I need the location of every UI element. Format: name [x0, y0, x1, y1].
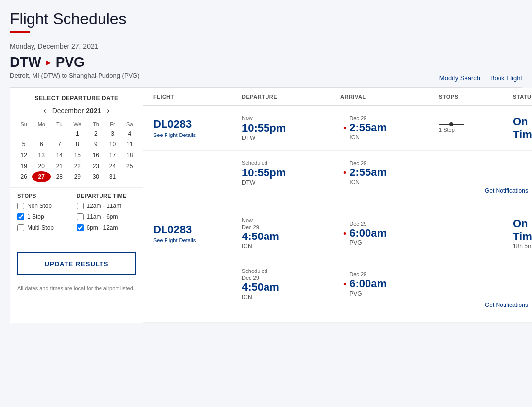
cal-day-31[interactable]: 31	[104, 171, 121, 182]
left-panel: SELECT DEPARTURE DATE ‹ December 2021 › …	[10, 88, 143, 323]
flight-number-col-3: DL0283 See Flight Details	[153, 223, 242, 244]
cal-day-20[interactable]: 20	[32, 161, 51, 171]
filter-6pm-12am: 6pm - 12am	[77, 224, 136, 231]
page-wrapper: Flight Schedules Monday, December 27, 20…	[0, 0, 532, 323]
top-links: Modify Search Book Flight	[439, 74, 522, 82]
cal-day-13[interactable]: 13	[32, 150, 51, 161]
cal-month-label: December 2021	[52, 107, 101, 115]
arr-time-4: 6:00am	[349, 277, 387, 290]
status-text-3: On Time	[513, 217, 532, 243]
cal-day-15[interactable]: 15	[67, 150, 87, 161]
cal-day-6[interactable]: 6	[32, 139, 51, 150]
departure-col-2: Scheduled 10:55pm DTW	[242, 160, 340, 186]
cal-day-25[interactable]: 25	[121, 161, 138, 171]
departure-col-1: Now 10:55pm DTW	[242, 115, 340, 141]
cal-day-10[interactable]: 10	[104, 139, 121, 150]
dep-status-1: Now	[242, 115, 340, 121]
get-notifications-link-2[interactable]: Get Notifications	[485, 302, 528, 308]
cal-weekday-sa: Sa	[121, 120, 138, 128]
book-flight-link[interactable]: Book Flight	[490, 74, 522, 82]
flights-table-header: FLIGHT DEPARTURE ARRIVAL STOPS STATUS	[143, 88, 532, 106]
arrival-col-4: • Dec 29 6:00am PVG	[340, 271, 439, 297]
cal-day-27[interactable]: 27	[32, 171, 51, 182]
cal-day-29[interactable]: 29	[67, 171, 87, 182]
cal-day-24[interactable]: 24	[104, 161, 121, 171]
cal-day-22[interactable]: 22	[67, 161, 87, 171]
duration-text-3: 18h 5m	[513, 243, 532, 250]
non-stop-label[interactable]: Non Stop	[27, 203, 52, 209]
cal-day-4[interactable]: 4	[121, 128, 138, 139]
stops-col-1: 1 Stop	[439, 124, 513, 133]
dep-airport-3: ICN	[242, 243, 340, 250]
flight-row-grid-2: Scheduled 10:55pm DTW • Dec 29 2:55am IC…	[153, 160, 532, 186]
calendar: ‹ December 2021 › SuMoTuWeThFrSa 1234567…	[10, 106, 143, 187]
11am-6pm-label[interactable]: 11am - 6pm	[87, 213, 118, 220]
cal-day-12[interactable]: 12	[15, 150, 32, 161]
cal-day-8[interactable]: 8	[67, 139, 87, 150]
cal-day-28[interactable]: 28	[51, 171, 67, 182]
cal-day-14[interactable]: 14	[51, 150, 67, 161]
flight-row-grid-3: DL0283 See Flight Details Now Dec 29 4:5…	[153, 217, 532, 250]
cal-day-7[interactable]: 7	[51, 139, 67, 150]
12am-11am-checkbox[interactable]	[77, 203, 84, 209]
arr-airport-4: PVG	[349, 290, 387, 297]
cal-day-16[interactable]: 16	[87, 150, 104, 161]
dep-time-1: 10:55pm	[242, 122, 340, 135]
flight-number-1: DL0283	[153, 118, 242, 131]
cal-day-19[interactable]: 19	[15, 161, 32, 171]
cal-day-21[interactable]: 21	[51, 161, 67, 171]
flight-details-link-1[interactable]: See Flight Details	[153, 132, 196, 138]
arrow-1: •	[343, 123, 346, 134]
arrow-4: •	[343, 279, 346, 290]
non-stop-checkbox[interactable]	[17, 203, 24, 209]
11am-6pm-checkbox[interactable]	[77, 213, 84, 220]
cal-day-11[interactable]: 11	[121, 139, 138, 150]
get-notifications-link-1[interactable]: Get Notifications	[485, 187, 528, 194]
flight-row-3: DL0283 See Flight Details Now Dec 29 4:5…	[143, 208, 532, 259]
cal-weekday-fr: Fr	[104, 120, 121, 128]
dep-status-3: Now	[242, 217, 340, 223]
one-stop-label[interactable]: 1 Stop	[27, 213, 44, 220]
col-flight: FLIGHT	[153, 94, 242, 100]
cal-day-17[interactable]: 17	[104, 150, 121, 161]
status-text-1: On Time	[513, 115, 532, 141]
cal-next-button[interactable]: ›	[105, 106, 111, 115]
6pm-12am-label[interactable]: 6pm - 12am	[87, 224, 118, 231]
stops-dot-1	[449, 122, 453, 126]
arrow-2: •	[343, 168, 346, 178]
filter-non-stop: Non Stop	[17, 203, 77, 209]
multi-stop-checkbox[interactable]	[17, 224, 24, 231]
modify-search-link[interactable]: Modify Search	[439, 74, 480, 82]
filter-section: STOPS Non Stop 1 Stop Multi-Stop	[10, 187, 143, 237]
dep-airport-2: DTW	[242, 179, 340, 186]
6pm-12am-checkbox[interactable]	[77, 224, 84, 231]
arr-time-3: 6:00am	[349, 227, 387, 239]
flight-row-2: Scheduled 10:55pm DTW • Dec 29 2:55am IC…	[143, 151, 532, 208]
route-arrow: ▸	[46, 57, 51, 68]
cal-day-3[interactable]: 3	[104, 128, 121, 139]
cal-day-18[interactable]: 18	[121, 150, 138, 161]
cal-day-1[interactable]: 1	[67, 128, 87, 139]
flight-details-link-3[interactable]: See Flight Details	[153, 237, 196, 243]
cal-day-5[interactable]: 5	[15, 139, 32, 150]
filter-multi-stop: Multi-Stop	[17, 224, 77, 231]
departure-filter-col: DEPARTURE TIME 12am - 11am 11am - 6pm 6p…	[77, 193, 136, 235]
arr-date-3: Dec 29	[349, 221, 387, 227]
cal-day-2[interactable]: 2	[87, 128, 104, 139]
stops-label: STOPS	[17, 193, 77, 199]
12am-11am-label[interactable]: 12am - 11am	[87, 203, 122, 209]
cal-day-9[interactable]: 9	[87, 139, 104, 150]
arrival-col-2: • Dec 29 2:55am ICN	[340, 160, 439, 186]
multi-stop-label[interactable]: Multi-Stop	[27, 224, 54, 231]
cal-day-23[interactable]: 23	[87, 161, 104, 171]
update-results-button[interactable]: UPDATE RESULTS	[17, 252, 136, 275]
right-panel: FLIGHT DEPARTURE ARRIVAL STOPS STATUS DL…	[143, 88, 532, 323]
cal-day-30[interactable]: 30	[87, 171, 104, 182]
arr-time-1: 2:55am	[349, 121, 387, 134]
one-stop-checkbox[interactable]	[17, 213, 24, 220]
cal-prev-button[interactable]: ‹	[41, 106, 48, 115]
status-col-1: On Time	[513, 115, 532, 141]
col-stops: STOPS	[439, 94, 513, 100]
cal-day-26[interactable]: 26	[15, 171, 32, 182]
arr-airport-2: ICN	[349, 179, 387, 186]
